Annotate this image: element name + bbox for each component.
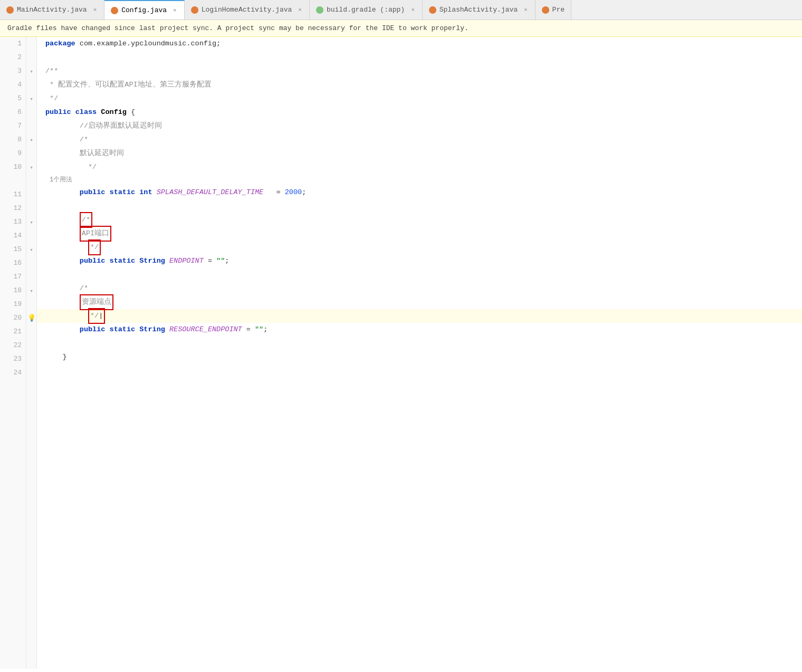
gutter-15[interactable]: ▾	[26, 243, 36, 256]
tab-build-gradle[interactable]: build.gradle (:app) ×	[310, 0, 423, 20]
code-area[interactable]: package com.example.ypcloundmusic.config…	[37, 37, 802, 669]
code-line-18: /*	[37, 282, 802, 295]
kw-package: package	[45, 37, 75, 51]
tab-close-splash-activity[interactable]: ×	[523, 6, 529, 14]
code-line-21: public static String RESOURCE_ENDPOINT =…	[37, 323, 802, 337]
ln-14: 14	[4, 229, 22, 243]
ln-23: 23	[4, 352, 22, 366]
gutter-2	[26, 51, 36, 64]
code-line-14: API端口	[37, 227, 802, 241]
ln-1: 1	[4, 37, 22, 51]
java-icon	[111, 7, 118, 14]
java-icon	[429, 6, 436, 14]
tab-label: Config.java	[121, 6, 167, 14]
tab-config[interactable]: Config.java ×	[104, 0, 184, 20]
tab-main-activity[interactable]: MainActivity.java ×	[0, 0, 104, 20]
gutter-22	[26, 339, 36, 352]
code-line-usage: 1个用法	[37, 174, 802, 186]
ln-2: 2	[4, 51, 22, 64]
tab-label: build.gradle (:app)	[327, 6, 405, 14]
gutter-24	[26, 366, 36, 380]
code-line-5: */	[37, 92, 802, 105]
notification-bar: Gradle files have changed since last pro…	[0, 20, 802, 37]
code-line-1: package com.example.ypcloundmusic.config…	[37, 37, 802, 51]
code-line-7: //启动界面默认延迟时间	[37, 119, 802, 133]
tab-pre[interactable]: Pre	[536, 0, 571, 20]
ln-21: 21	[4, 325, 22, 339]
gutter-14	[26, 229, 36, 243]
gutter-5[interactable]: ▾	[26, 92, 36, 105]
ln-9: 9	[4, 147, 22, 160]
java-icon	[191, 6, 198, 14]
tab-label: SplashActivity.java	[440, 6, 518, 14]
gutter-19	[26, 297, 36, 311]
gutter-13[interactable]: ▾	[26, 215, 36, 229]
code-line-16: public static String ENDPOINT = "";	[37, 254, 802, 268]
ln-16: 16	[4, 256, 22, 270]
tab-bar: MainActivity.java × Config.java × LoginH…	[0, 0, 802, 20]
gutter-11	[26, 188, 36, 201]
code-line-17	[37, 268, 802, 282]
gutter-10[interactable]: ▾	[26, 160, 36, 174]
gutter-4	[26, 78, 36, 92]
code-line-20: */	[37, 309, 802, 323]
gutter-16	[26, 256, 36, 270]
tab-login-home[interactable]: LoginHomeActivity.java ×	[185, 0, 310, 20]
ln-4: 4	[4, 78, 22, 92]
code-line-12	[37, 199, 802, 213]
gutter-8[interactable]: ▾	[26, 133, 36, 147]
tab-label: MainActivity.java	[17, 6, 87, 14]
ln-17: 17	[4, 270, 22, 284]
ln-8: 8	[4, 133, 22, 147]
gutter-3[interactable]: ▾	[26, 64, 36, 78]
ln-5: 5	[4, 92, 22, 105]
editor: 1 2 3 4 5 6 7 8 9 10 · 11 12 13 14 15 16…	[0, 37, 802, 669]
gutter: ▾ ▾ ▾ ▾ ▾ ▾ ▾ 💡	[26, 37, 37, 669]
tab-close-login-home[interactable]: ×	[297, 6, 303, 14]
java-icon	[542, 6, 549, 14]
gutter-20-bulb[interactable]: 💡	[26, 311, 36, 325]
gutter-17	[26, 270, 36, 284]
gutter-23	[26, 352, 36, 366]
code-line-22	[37, 337, 802, 350]
ln-19: 19	[4, 297, 22, 311]
ln-11: 11	[4, 188, 22, 201]
ln-18: 18	[4, 284, 22, 297]
code-line-8: /*	[37, 133, 802, 147]
ln-24: 24	[4, 366, 22, 380]
code-line-6: public class Config {	[37, 105, 802, 119]
ln-13: 13	[4, 215, 22, 229]
line-numbers: 1 2 3 4 5 6 7 8 9 10 · 11 12 13 14 15 16…	[0, 37, 26, 669]
code-line-10: */	[37, 160, 802, 174]
gutter-7	[26, 119, 36, 133]
gutter-9	[26, 147, 36, 160]
gutter-18[interactable]: ▾	[26, 284, 36, 297]
gutter-usage	[26, 174, 36, 188]
ln-10: 10	[4, 160, 22, 174]
tab-splash-activity[interactable]: SplashActivity.java ×	[423, 0, 536, 20]
code-line-13: /*	[37, 213, 802, 227]
ln-7: 7	[4, 119, 22, 133]
ln-usage: ·	[4, 174, 22, 188]
code-line-11: public static int SPLASH_DEFAULT_DELAY_T…	[37, 186, 802, 199]
tab-close-config[interactable]: ×	[172, 6, 178, 15]
ln-22: 22	[4, 339, 22, 352]
tab-close-main-activity[interactable]: ×	[92, 6, 98, 14]
code-line-2	[37, 51, 802, 64]
notification-text: Gradle files have changed since last pro…	[7, 24, 469, 32]
ln-6: 6	[4, 105, 22, 119]
ln-15: 15	[4, 243, 22, 256]
code-line-24	[37, 364, 802, 378]
ln-12: 12	[4, 201, 22, 215]
gutter-21	[26, 325, 36, 339]
gutter-12	[26, 201, 36, 215]
ln-20: 20	[4, 311, 22, 325]
code-line-15: */	[37, 241, 802, 254]
gutter-1	[26, 37, 36, 51]
tab-close-build-gradle[interactable]: ×	[410, 6, 416, 14]
code-line-23: }	[37, 350, 802, 364]
tab-label: Pre	[552, 6, 565, 14]
code-line-19: 资源端点	[37, 295, 802, 309]
tab-label: LoginHomeActivity.java	[202, 6, 292, 14]
java-icon	[6, 6, 14, 14]
